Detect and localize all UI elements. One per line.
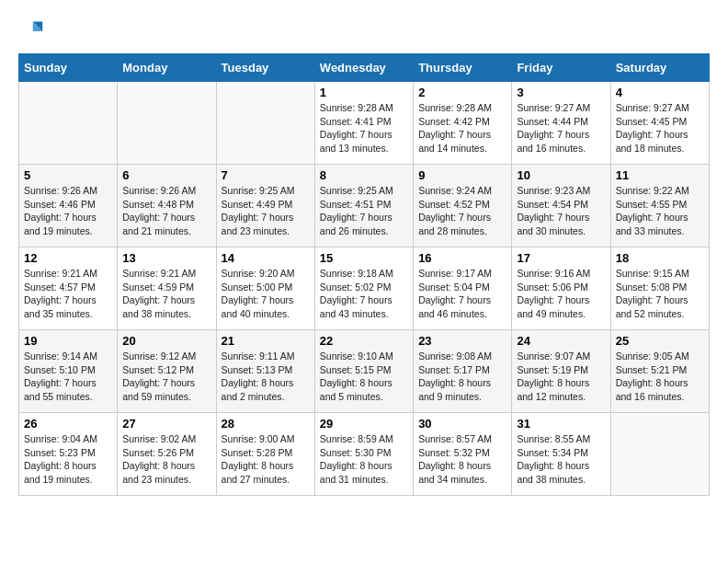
day-info: Sunrise: 9:14 AM Sunset: 5:10 PM Dayligh… — [24, 350, 112, 404]
day-number: 10 — [517, 168, 605, 182]
calendar-cell: 4Sunrise: 9:27 AM Sunset: 4:45 PM Daylig… — [610, 82, 709, 165]
logo — [18, 18, 48, 44]
day-info: Sunrise: 9:02 AM Sunset: 5:26 PM Dayligh… — [122, 432, 210, 487]
calendar-cell: 13Sunrise: 9:21 AM Sunset: 4:59 PM Dayli… — [118, 247, 216, 330]
calendar-cell — [610, 413, 709, 496]
day-info: Sunrise: 8:55 AM Sunset: 5:34 PM Dayligh… — [517, 432, 605, 487]
day-number: 6 — [122, 168, 210, 182]
dow-header-thursday: Thursday — [414, 54, 512, 82]
calendar-cell: 16Sunrise: 9:17 AM Sunset: 5:04 PM Dayli… — [414, 247, 512, 330]
day-number: 15 — [320, 251, 408, 265]
day-info: Sunrise: 9:26 AM Sunset: 4:48 PM Dayligh… — [122, 184, 210, 238]
day-number: 22 — [320, 334, 408, 348]
day-number: 7 — [222, 168, 310, 182]
day-number: 9 — [418, 168, 506, 182]
day-info: Sunrise: 9:18 AM Sunset: 5:02 PM Dayligh… — [320, 267, 408, 321]
day-number: 28 — [222, 417, 310, 431]
day-info: Sunrise: 9:24 AM Sunset: 4:52 PM Dayligh… — [418, 184, 506, 238]
day-number: 17 — [517, 251, 605, 265]
calendar-cell: 24Sunrise: 9:07 AM Sunset: 5:19 PM Dayli… — [512, 330, 610, 413]
calendar-table: SundayMondayTuesdayWednesdayThursdayFrid… — [18, 53, 710, 496]
calendar-cell — [19, 82, 118, 165]
day-info: Sunrise: 9:17 AM Sunset: 5:04 PM Dayligh… — [418, 267, 506, 321]
day-info: Sunrise: 9:11 AM Sunset: 5:13 PM Dayligh… — [222, 350, 310, 404]
day-info: Sunrise: 9:21 AM Sunset: 4:57 PM Dayligh… — [24, 267, 112, 321]
day-info: Sunrise: 9:27 AM Sunset: 4:44 PM Dayligh… — [517, 101, 605, 155]
calendar-cell: 18Sunrise: 9:15 AM Sunset: 5:08 PM Dayli… — [610, 247, 709, 330]
day-number: 12 — [24, 251, 112, 265]
day-info: Sunrise: 9:07 AM Sunset: 5:19 PM Dayligh… — [517, 350, 605, 404]
day-number: 5 — [24, 168, 112, 182]
dow-header-sunday: Sunday — [19, 54, 118, 82]
dow-header-friday: Friday — [512, 54, 610, 82]
day-number: 30 — [418, 417, 506, 431]
day-info: Sunrise: 9:22 AM Sunset: 4:55 PM Dayligh… — [616, 184, 704, 238]
day-info: Sunrise: 9:20 AM Sunset: 5:00 PM Dayligh… — [222, 267, 310, 321]
dow-header-monday: Monday — [118, 54, 216, 82]
calendar-cell: 17Sunrise: 9:16 AM Sunset: 5:06 PM Dayli… — [512, 247, 610, 330]
calendar-cell: 19Sunrise: 9:14 AM Sunset: 5:10 PM Dayli… — [19, 330, 118, 413]
calendar-cell: 25Sunrise: 9:05 AM Sunset: 5:21 PM Dayli… — [610, 330, 709, 413]
logo-icon — [18, 18, 44, 44]
calendar-cell: 10Sunrise: 9:23 AM Sunset: 4:54 PM Dayli… — [512, 165, 610, 247]
dow-header-saturday: Saturday — [610, 54, 709, 82]
day-number: 20 — [122, 334, 210, 348]
calendar-week-2: 5Sunrise: 9:26 AM Sunset: 4:46 PM Daylig… — [19, 165, 710, 247]
day-info: Sunrise: 9:10 AM Sunset: 5:15 PM Dayligh… — [320, 350, 408, 404]
calendar-cell: 14Sunrise: 9:20 AM Sunset: 5:00 PM Dayli… — [216, 247, 314, 330]
calendar-cell: 22Sunrise: 9:10 AM Sunset: 5:15 PM Dayli… — [314, 330, 413, 413]
calendar-cell: 20Sunrise: 9:12 AM Sunset: 5:12 PM Dayli… — [118, 330, 216, 413]
calendar-cell: 11Sunrise: 9:22 AM Sunset: 4:55 PM Dayli… — [610, 165, 709, 247]
day-number: 11 — [616, 168, 704, 182]
day-number: 29 — [320, 417, 408, 431]
day-number: 21 — [222, 334, 310, 348]
calendar-cell — [216, 82, 314, 165]
day-number: 26 — [24, 417, 112, 431]
calendar-cell: 29Sunrise: 8:59 AM Sunset: 5:30 PM Dayli… — [314, 413, 413, 496]
day-info: Sunrise: 9:28 AM Sunset: 4:42 PM Dayligh… — [418, 101, 506, 155]
day-number: 3 — [517, 86, 605, 99]
calendar-cell: 9Sunrise: 9:24 AM Sunset: 4:52 PM Daylig… — [414, 165, 512, 247]
calendar-cell: 28Sunrise: 9:00 AM Sunset: 5:28 PM Dayli… — [216, 413, 314, 496]
day-info: Sunrise: 9:23 AM Sunset: 4:54 PM Dayligh… — [517, 184, 605, 238]
page-header — [18, 18, 710, 44]
calendar-cell: 12Sunrise: 9:21 AM Sunset: 4:57 PM Dayli… — [19, 247, 118, 330]
day-info: Sunrise: 9:28 AM Sunset: 4:41 PM Dayligh… — [320, 101, 408, 155]
day-info: Sunrise: 9:21 AM Sunset: 4:59 PM Dayligh… — [122, 267, 210, 321]
day-info: Sunrise: 9:12 AM Sunset: 5:12 PM Dayligh… — [122, 350, 210, 404]
day-number: 8 — [320, 168, 408, 182]
calendar-cell: 6Sunrise: 9:26 AM Sunset: 4:48 PM Daylig… — [118, 165, 216, 247]
day-number: 19 — [24, 334, 112, 348]
calendar-cell: 27Sunrise: 9:02 AM Sunset: 5:26 PM Dayli… — [118, 413, 216, 496]
day-number: 2 — [418, 86, 506, 99]
day-number: 18 — [616, 251, 704, 265]
calendar-cell: 26Sunrise: 9:04 AM Sunset: 5:23 PM Dayli… — [19, 413, 118, 496]
day-number: 14 — [222, 251, 310, 265]
calendar-cell: 30Sunrise: 8:57 AM Sunset: 5:32 PM Dayli… — [414, 413, 512, 496]
day-number: 4 — [616, 86, 704, 99]
calendar-cell: 7Sunrise: 9:25 AM Sunset: 4:49 PM Daylig… — [216, 165, 314, 247]
day-info: Sunrise: 9:16 AM Sunset: 5:06 PM Dayligh… — [517, 267, 605, 321]
day-info: Sunrise: 9:25 AM Sunset: 4:51 PM Dayligh… — [320, 184, 408, 238]
day-info: Sunrise: 8:59 AM Sunset: 5:30 PM Dayligh… — [320, 432, 408, 487]
calendar-cell: 23Sunrise: 9:08 AM Sunset: 5:17 PM Dayli… — [414, 330, 512, 413]
calendar-week-3: 12Sunrise: 9:21 AM Sunset: 4:57 PM Dayli… — [19, 247, 710, 330]
day-info: Sunrise: 9:08 AM Sunset: 5:17 PM Dayligh… — [418, 350, 506, 404]
day-number: 31 — [517, 417, 605, 431]
dow-header-wednesday: Wednesday — [314, 54, 413, 82]
calendar-week-5: 26Sunrise: 9:04 AM Sunset: 5:23 PM Dayli… — [19, 413, 710, 496]
day-info: Sunrise: 9:15 AM Sunset: 5:08 PM Dayligh… — [616, 267, 704, 321]
day-number: 23 — [418, 334, 506, 348]
calendar-cell: 2Sunrise: 9:28 AM Sunset: 4:42 PM Daylig… — [414, 82, 512, 165]
calendar-cell: 15Sunrise: 9:18 AM Sunset: 5:02 PM Dayli… — [314, 247, 413, 330]
day-number: 25 — [616, 334, 704, 348]
dow-header-tuesday: Tuesday — [216, 54, 314, 82]
day-info: Sunrise: 9:27 AM Sunset: 4:45 PM Dayligh… — [616, 101, 704, 155]
calendar-cell: 3Sunrise: 9:27 AM Sunset: 4:44 PM Daylig… — [512, 82, 610, 165]
day-info: Sunrise: 9:26 AM Sunset: 4:46 PM Dayligh… — [24, 184, 112, 238]
calendar-cell: 21Sunrise: 9:11 AM Sunset: 5:13 PM Dayli… — [216, 330, 314, 413]
day-number: 13 — [122, 251, 210, 265]
day-info: Sunrise: 9:04 AM Sunset: 5:23 PM Dayligh… — [24, 432, 112, 487]
day-info: Sunrise: 9:25 AM Sunset: 4:49 PM Dayligh… — [222, 184, 310, 238]
day-number: 1 — [320, 86, 408, 99]
